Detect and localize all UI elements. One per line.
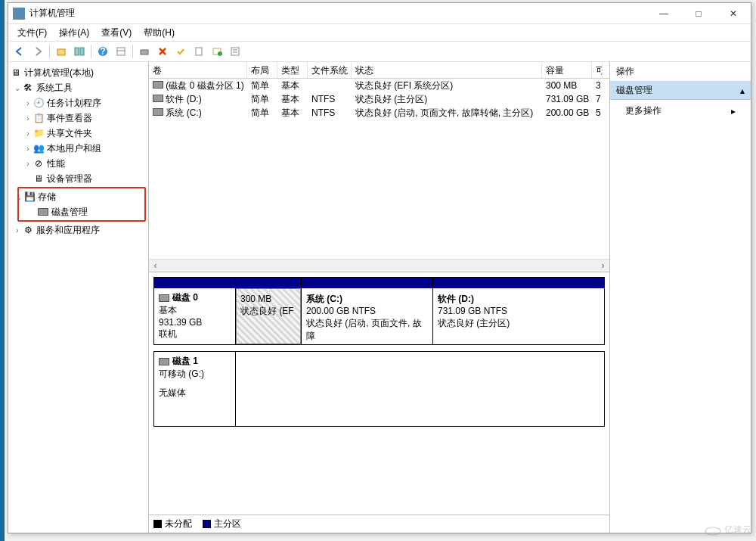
forward-button[interactable]: [29, 43, 46, 60]
desktop-left-dock: [0, 0, 5, 541]
cloud-icon: [705, 525, 721, 536]
collapse-icon[interactable]: ▴: [740, 86, 745, 96]
menu-file[interactable]: 文件(F): [13, 25, 51, 41]
check-button[interactable]: [172, 43, 189, 60]
help-button[interactable]: ?: [94, 43, 111, 60]
services-icon: ⚙: [22, 225, 34, 235]
svg-rect-2: [80, 48, 84, 55]
tree-storage[interactable]: ⌄ 💾 存储: [19, 189, 144, 204]
partition-efi[interactable]: 300 MB 状态良好 (EF: [236, 278, 301, 344]
tree-systools[interactable]: ⌄ 🛠 系统工具: [8, 80, 148, 95]
maximize-button[interactable]: □: [681, 3, 716, 24]
window-title: 计算机管理: [29, 7, 646, 20]
volume-list: 卷 布局 类型 文件系统 状态 容量 可 (磁盘 0 磁盘分区 1) 简单 基本…: [149, 62, 609, 272]
disk-row-1[interactable]: 磁盘 1 可移动 (G:) 无媒体: [153, 351, 605, 427]
partition-bar: [236, 278, 301, 288]
nav-tree[interactable]: 🖥 计算机管理(本地) ⌄ 🛠 系统工具 › 🕘 任务计划程序 › 📋 事件查看…: [8, 62, 149, 533]
tree-task[interactable]: › 🕘 任务计划程序: [8, 95, 148, 110]
volume-row[interactable]: 软件 (D:) 简单 基本 NTFS 状态良好 (主分区) 731.09 GB …: [149, 92, 609, 106]
expand-icon[interactable]: ›: [23, 160, 33, 168]
tree-share[interactable]: › 📁 共享文件夹: [8, 126, 148, 141]
refresh-button[interactable]: [136, 43, 153, 60]
tree-perf[interactable]: › ⊘ 性能: [8, 156, 148, 171]
legend: 未分配 主分区: [149, 515, 609, 533]
minimize-button[interactable]: —: [646, 3, 681, 24]
show-hide-button[interactable]: [71, 43, 88, 60]
col-volume[interactable]: 卷: [149, 62, 247, 78]
col-capacity[interactable]: 容量: [542, 62, 592, 78]
scroll-right-icon[interactable]: ›: [596, 260, 609, 272]
tree-users[interactable]: › 👥 本地用户和组: [8, 141, 148, 156]
up-button[interactable]: [53, 43, 70, 60]
properties-button[interactable]: [113, 43, 129, 60]
watermark: 亿速云: [705, 524, 751, 536]
menu-help[interactable]: 帮助(H): [139, 25, 179, 41]
body: 🖥 计算机管理(本地) ⌄ 🛠 系统工具 › 🕘 任务计划程序 › 📋 事件查看…: [8, 62, 751, 533]
volume-row[interactable]: (磁盘 0 磁盘分区 1) 简单 基本 状态良好 (EFI 系统分区) 300 …: [149, 79, 609, 92]
volume-row[interactable]: 系统 (C:) 简单 基本 NTFS 状态良好 (启动, 页面文件, 故障转储,…: [149, 106, 609, 120]
perf-icon: ⊘: [33, 158, 45, 169]
list-button[interactable]: [227, 43, 243, 60]
device-icon: 🖥: [33, 173, 45, 184]
collapse-icon[interactable]: ⌄: [13, 84, 22, 92]
expand-icon[interactable]: ›: [23, 145, 33, 153]
menu-view[interactable]: 查看(V): [97, 25, 136, 41]
col-fs[interactable]: 文件系统: [308, 62, 352, 78]
partition-bar: [433, 278, 604, 288]
disk-partitions: 300 MB 状态良好 (EF 系统 (C:) 200.00 GB NTFS 状…: [236, 278, 604, 344]
scroll-track[interactable]: [162, 260, 596, 272]
separator: [49, 45, 50, 58]
tree-services[interactable]: › ⚙ 服务和应用程序: [8, 222, 148, 238]
legend-primary: 主分区: [203, 518, 241, 530]
partition-c[interactable]: 系统 (C:) 200.00 GB NTFS 状态良好 (启动, 页面文件, 故…: [301, 278, 432, 344]
disk-icon: [37, 207, 49, 217]
scroll-left-icon[interactable]: ‹: [149, 260, 162, 272]
volume-icon: [153, 95, 163, 102]
svg-point-10: [218, 51, 222, 56]
actions-pane: 操作 磁盘管理 ▴ 更多操作 ▸: [610, 62, 751, 533]
col-status[interactable]: 状态: [352, 62, 542, 78]
col-layout[interactable]: 布局: [247, 62, 277, 78]
collapse-icon[interactable]: ⌄: [14, 193, 23, 201]
actions-title: 操作: [610, 62, 751, 82]
tree-devmgr[interactable]: 🖥 设备管理器: [8, 171, 148, 186]
tree-root[interactable]: 🖥 计算机管理(本地): [8, 65, 148, 80]
menubar: 文件(F) 操作(A) 查看(V) 帮助(H): [8, 24, 751, 41]
clock-icon: 🕘: [33, 98, 45, 108]
partition-d[interactable]: 软件 (D:) 731.09 GB NTFS 状态良好 (主分区): [432, 278, 604, 344]
swatch-black: [153, 520, 162, 528]
swatch-blue: [203, 520, 211, 528]
separator: [91, 45, 91, 58]
col-type[interactable]: 类型: [277, 62, 308, 78]
separator: [132, 45, 133, 58]
menu-action[interactable]: 操作(A): [54, 25, 94, 41]
expand-icon[interactable]: ›: [23, 129, 33, 138]
svg-rect-11: [231, 48, 239, 55]
expand-icon[interactable]: ›: [13, 226, 22, 235]
svg-rect-5: [117, 48, 125, 55]
col-free[interactable]: 可: [592, 62, 603, 78]
tree-event[interactable]: › 📋 事件查看器: [8, 110, 148, 126]
delete-button[interactable]: [154, 43, 171, 60]
expand-icon[interactable]: ›: [23, 114, 33, 123]
svg-point-14: [705, 527, 720, 535]
highlight-box: ⌄ 💾 存储 磁盘管理: [17, 187, 146, 222]
titlebar[interactable]: 计算机管理 — □ ✕: [8, 3, 751, 24]
partition-bar: [302, 278, 432, 288]
svg-rect-8: [196, 48, 202, 55]
close-button[interactable]: ✕: [716, 3, 751, 24]
disk-row-0[interactable]: 磁盘 0 基本 931.39 GB 联机 300 MB 状态良好 (EF: [153, 277, 605, 345]
toolbar: ?: [8, 41, 751, 62]
legend-unallocated: 未分配: [153, 518, 192, 530]
disk-info: 磁盘 1 可移动 (G:) 无媒体: [154, 352, 236, 426]
computer-icon: 🖥: [10, 67, 22, 78]
more-actions[interactable]: 更多操作 ▸: [610, 100, 751, 122]
new-button[interactable]: [191, 43, 207, 60]
expand-icon[interactable]: ›: [23, 99, 33, 107]
volume-header: 卷 布局 类型 文件系统 状态 容量 可: [149, 62, 609, 79]
actions-band[interactable]: 磁盘管理 ▴: [610, 82, 751, 100]
back-button[interactable]: [11, 43, 28, 60]
h-scrollbar[interactable]: ‹ ›: [149, 259, 609, 272]
tree-diskmgmt[interactable]: 磁盘管理: [19, 204, 144, 219]
action-button[interactable]: [209, 43, 225, 60]
